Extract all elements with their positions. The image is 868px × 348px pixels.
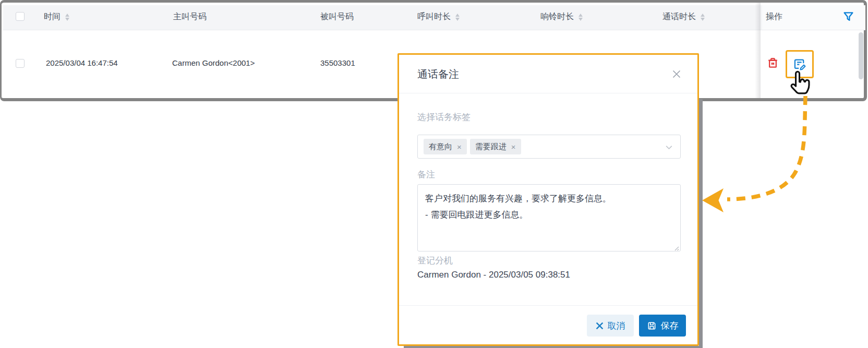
- modal-shadow-right: [699, 99, 703, 348]
- column-header-caller-label: 主叫号码: [173, 11, 207, 22]
- filter-button[interactable]: [841, 10, 855, 23]
- vertical-scrollbar[interactable]: [859, 32, 863, 79]
- cancel-x-icon: [596, 322, 604, 330]
- dialog-footer-divider: [399, 305, 697, 306]
- delete-record-button[interactable]: [765, 55, 780, 71]
- save-button[interactable]: 保存: [639, 315, 686, 337]
- dashed-arrow: [727, 96, 805, 199]
- dialog-footer: 取消 保存: [587, 315, 686, 337]
- sort-icon-talk-duration[interactable]: [701, 14, 705, 21]
- trash-icon: [767, 57, 779, 70]
- cancel-button-label: 取消: [608, 320, 625, 332]
- save-disk-icon: [647, 321, 657, 331]
- tag-chip: 有意向 ×: [424, 139, 467, 154]
- note-textarea[interactable]: 客户对我们的服务有兴趣，要求了解更多信息。 - 需要回电跟进更多信息。: [417, 184, 681, 251]
- row-checkbox[interactable]: [16, 59, 25, 68]
- sort-icon-call-duration[interactable]: [455, 14, 460, 21]
- call-tag-select[interactable]: 有意向 × 需要跟进 ×: [417, 135, 681, 159]
- column-header-actions: 操作: [766, 11, 782, 22]
- sort-icon-ring-duration[interactable]: [578, 14, 583, 21]
- column-header-ring-duration-label: 响铃时长: [540, 11, 574, 22]
- sort-icon-time[interactable]: [65, 14, 69, 21]
- select-all-checkbox[interactable]: [16, 12, 25, 21]
- cancel-button[interactable]: 取消: [587, 315, 634, 337]
- note-label: 备注: [417, 169, 435, 181]
- column-header-caller-number[interactable]: 主叫号码: [173, 11, 207, 22]
- column-header-actions-label: 操作: [766, 11, 782, 22]
- call-note-dialog: 通话备注 选择话务标签 有意向 × 需要跟进 × 备注 客户对我们: [397, 53, 699, 346]
- fixed-column-shadow: [755, 3, 761, 98]
- column-header-talk-duration[interactable]: 通话时长: [662, 11, 705, 22]
- modal-shadow-bottom: [404, 346, 703, 348]
- tag-chip-label: 需要跟进: [475, 142, 507, 152]
- arrow-head: [702, 188, 724, 212]
- chevron-down-icon[interactable]: [665, 143, 673, 154]
- extension-label: 登记分机: [417, 255, 453, 267]
- filter-funnel-icon: [843, 11, 854, 22]
- close-icon: [671, 68, 682, 80]
- tag-chip: 需要跟进 ×: [470, 139, 521, 154]
- cell-caller-number: Carmen Gordon<2001>: [172, 58, 255, 67]
- annotation-highlight-box: [786, 50, 814, 78]
- column-header-ring-duration[interactable]: 响铃时长: [540, 11, 583, 22]
- remove-tag-icon[interactable]: ×: [457, 143, 462, 151]
- column-header-call-duration[interactable]: 呼叫时长: [417, 11, 460, 22]
- screen: 时间 主叫号码 被叫号码 呼叫时长 响铃时长 通话时长 操作 2025/03/0…: [0, 0, 868, 348]
- column-header-talk-duration-label: 通话时长: [662, 11, 696, 22]
- save-button-label: 保存: [661, 320, 679, 332]
- column-header-callee-number[interactable]: 被叫号码: [320, 11, 354, 22]
- column-header-time[interactable]: 时间: [44, 11, 69, 22]
- dialog-title: 通话备注: [417, 67, 459, 81]
- column-header-callee-label: 被叫号码: [320, 11, 354, 22]
- cell-callee-number: 35503301: [320, 58, 355, 67]
- remove-tag-icon[interactable]: ×: [511, 143, 516, 151]
- dialog-header-divider: [399, 93, 697, 93]
- close-button[interactable]: [671, 68, 682, 80]
- cell-time: 2025/03/04 16:47:54: [46, 58, 118, 67]
- extension-value: Carmen Gordon - 2025/03/05 09:38:51: [417, 270, 570, 280]
- tag-chip-label: 有意向: [429, 142, 452, 152]
- column-header-call-duration-label: 呼叫时长: [417, 11, 451, 22]
- tag-select-label: 选择话务标签: [417, 111, 471, 123]
- column-header-time-label: 时间: [44, 11, 61, 22]
